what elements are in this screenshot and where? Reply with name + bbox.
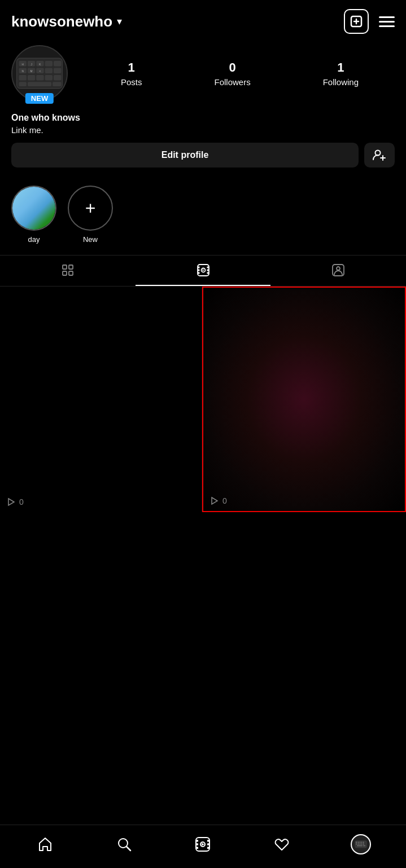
svg-rect-64 (363, 842, 364, 843)
left-play-count: 0 (7, 497, 24, 506)
svg-text:H: H (22, 63, 24, 66)
nav-search[interactable] (107, 832, 141, 857)
svg-rect-41 (207, 270, 209, 271)
svg-rect-17 (36, 75, 43, 81)
edit-profile-button[interactable]: Edit profile (11, 143, 359, 168)
tab-tagged[interactable] (270, 255, 406, 286)
content-area: 0 0 (0, 287, 406, 512)
header-right (344, 9, 395, 34)
svg-rect-19 (54, 75, 61, 81)
nav-reels[interactable] (186, 832, 220, 857)
svg-rect-52 (196, 840, 198, 842)
content-right-inner: 0 (203, 288, 405, 511)
svg-rect-65 (356, 844, 357, 845)
svg-rect-35 (69, 271, 73, 275)
new-story-badge: NEW (25, 93, 54, 104)
profile-avatar-icon (353, 836, 369, 852)
svg-text:<: < (40, 70, 41, 73)
display-name: One who knows (11, 113, 395, 123)
svg-rect-16 (28, 75, 35, 81)
svg-rect-43 (207, 272, 209, 274)
nav-profile[interactable] (344, 832, 378, 857)
add-story-icon: + (85, 199, 96, 217)
content-left-cell[interactable]: 0 (0, 287, 202, 512)
new-story-circle: + (68, 186, 113, 231)
right-count-text: 0 (222, 496, 227, 505)
svg-point-48 (119, 839, 128, 848)
svg-rect-32 (63, 265, 67, 269)
header: knowsonewho ▾ (0, 0, 406, 39)
followers-label: Followers (214, 77, 250, 87)
svg-rect-68 (363, 844, 364, 845)
svg-rect-57 (207, 847, 209, 849)
svg-rect-54 (196, 843, 198, 845)
svg-rect-21 (28, 82, 51, 86)
svg-rect-33 (69, 265, 73, 269)
svg-rect-62 (358, 842, 360, 843)
posts-stat[interactable]: 1 Posts (121, 60, 142, 87)
svg-rect-61 (356, 842, 357, 843)
profile-avatar-nav (351, 834, 371, 854)
stories-section: day + New (0, 177, 406, 253)
username-text[interactable]: knowsonewho (11, 13, 112, 30)
profile-top: H J K N M < NEW 1 Posts 0 Followers 1 (11, 45, 395, 102)
svg-marker-46 (8, 499, 14, 505)
svg-rect-69 (357, 845, 363, 847)
svg-point-45 (337, 267, 340, 270)
svg-rect-13 (45, 68, 53, 73)
svg-rect-53 (207, 840, 209, 842)
left-count-text: 0 (19, 497, 24, 506)
avatar-container: H J K N M < NEW (11, 45, 68, 102)
svg-line-49 (126, 847, 130, 851)
svg-rect-40 (198, 270, 200, 271)
chevron-down-icon[interactable]: ▾ (117, 15, 122, 28)
svg-rect-55 (207, 843, 209, 845)
svg-rect-63 (360, 842, 362, 843)
stats-container: 1 Posts 0 Followers 1 Following (85, 60, 395, 87)
heart-icon (274, 836, 290, 852)
tab-reels[interactable] (136, 255, 271, 286)
followers-count: 0 (229, 60, 235, 75)
svg-rect-38 (198, 267, 200, 268)
story-item-day[interactable]: day (11, 186, 56, 244)
svg-marker-47 (212, 497, 217, 504)
followers-stat[interactable]: 0 Followers (214, 60, 250, 87)
hamburger-menu-icon[interactable] (379, 16, 395, 27)
story-label-new: New (83, 235, 98, 244)
posts-label: Posts (121, 77, 142, 87)
add-content-button[interactable] (344, 9, 369, 34)
reels-icon (197, 263, 210, 277)
new-story-item[interactable]: + New (68, 186, 113, 244)
following-stat[interactable]: 1 Following (323, 60, 359, 87)
following-label: Following (323, 77, 359, 87)
svg-marker-58 (202, 843, 204, 846)
svg-rect-56 (196, 847, 198, 849)
svg-rect-67 (360, 844, 362, 845)
content-left-inner: 0 (0, 287, 202, 512)
content-right-cell[interactable]: 0 (202, 287, 406, 512)
home-icon (37, 836, 53, 852)
following-count: 1 (337, 60, 344, 75)
bio-text: Link me. (11, 125, 395, 135)
profile-section: H J K N M < NEW 1 Posts 0 Followers 1 (0, 39, 406, 177)
right-play-count: 0 (210, 496, 227, 505)
svg-rect-66 (358, 844, 360, 845)
nav-home[interactable] (28, 832, 62, 857)
story-thumbnail-day (12, 187, 55, 230)
svg-rect-22 (53, 82, 61, 86)
svg-rect-15 (19, 75, 27, 81)
svg-rect-34 (63, 271, 67, 275)
header-left: knowsonewho ▾ (11, 13, 122, 30)
tab-grid[interactable] (0, 255, 136, 286)
svg-rect-18 (45, 75, 53, 81)
nav-notifications[interactable] (265, 832, 299, 857)
tagged-icon (331, 263, 345, 277)
story-label-day: day (28, 235, 40, 244)
avatar-image: H J K N M < (12, 46, 67, 100)
svg-rect-14 (54, 68, 61, 73)
svg-rect-42 (198, 272, 200, 274)
svg-rect-70 (363, 845, 365, 847)
svg-text:M: M (30, 70, 33, 73)
add-person-button[interactable] (364, 143, 395, 168)
add-person-icon (373, 149, 386, 161)
